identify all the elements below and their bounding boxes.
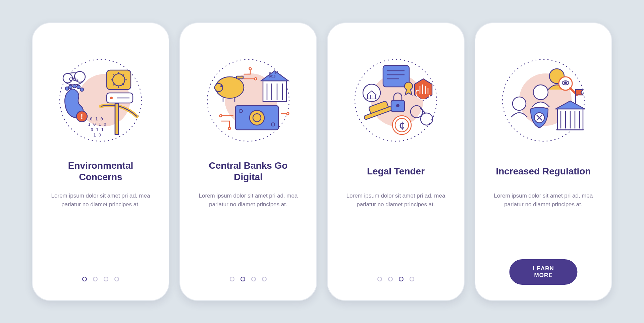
legal-tender-icon: ₵	[345, 50, 446, 151]
onboarding-screen-environmental: CO₂ !	[32, 22, 169, 301]
svg-point-39	[220, 85, 222, 87]
svg-point-56	[287, 112, 289, 115]
svg-point-37	[215, 84, 223, 92]
svg-text:1 0: 1 0	[93, 132, 101, 138]
svg-text:!: !	[80, 112, 83, 121]
svg-rect-27	[115, 104, 118, 134]
onboarding-screen-legal-tender: ₵ Legal Tender Lorem ipsum dolor sit ame…	[327, 22, 465, 301]
pagination-dot[interactable]	[230, 277, 234, 281]
pagination-dot[interactable]	[240, 277, 245, 281]
svg-point-7	[69, 85, 72, 89]
svg-point-63	[405, 82, 413, 90]
svg-text:0 1 0: 0 1 0	[90, 116, 103, 121]
svg-point-10	[80, 88, 84, 91]
svg-point-71	[421, 113, 433, 125]
screen-title: Environmental Concerns	[46, 159, 155, 183]
pagination-dot[interactable]	[251, 277, 256, 281]
pagination-dot[interactable]	[104, 277, 108, 281]
screen-title: Central Banks Go Digital	[194, 159, 303, 183]
learn-more-button[interactable]: LEARN MORE	[509, 259, 578, 285]
screen-description: Lorem ipsum dolor sit amet pri ad, mea p…	[342, 192, 449, 209]
svg-rect-42	[263, 81, 286, 102]
pagination-dot[interactable]	[399, 277, 404, 281]
pagination-dot[interactable]	[114, 277, 119, 281]
svg-point-8	[73, 85, 76, 88]
pagination-dots	[33, 277, 169, 281]
pagination-dot[interactable]	[410, 277, 414, 281]
svg-point-82	[533, 85, 548, 100]
svg-text:₵: ₵	[399, 120, 405, 130]
screen-title: Legal Tender	[367, 159, 425, 183]
pagination-dot[interactable]	[388, 277, 393, 281]
svg-text:1 0 1 0: 1 0 1 0	[88, 122, 106, 127]
pagination-dot[interactable]	[82, 277, 87, 281]
pagination-dot[interactable]	[262, 277, 267, 281]
central-banks-icon: 0101 1010	[198, 50, 299, 151]
onboarding-screen-central-banks: 0101 1010 Central Banks Go Digital Lorem…	[179, 22, 317, 301]
svg-point-81	[564, 82, 567, 84]
screen-description: Lorem ipsum dolor sit amet pri ad, mea p…	[47, 192, 154, 209]
svg-point-55	[228, 127, 231, 129]
screen-description: Lorem ipsum dolor sit amet pri ad, mea p…	[490, 192, 597, 209]
svg-point-50	[250, 110, 264, 125]
svg-point-6	[65, 87, 69, 90]
svg-point-9	[77, 85, 80, 89]
svg-point-24	[110, 97, 113, 99]
svg-text:0 1 1: 0 1 1	[91, 127, 104, 132]
pagination-dot[interactable]	[377, 277, 382, 281]
onboarding-screen-regulation: Increased Regulation Lorem ipsum dolor s…	[475, 22, 612, 301]
svg-point-83	[513, 97, 526, 110]
svg-point-54	[220, 114, 222, 117]
svg-text:1010: 1010	[268, 75, 276, 78]
screen-description: Lorem ipsum dolor sit amet pri ad, mea p…	[195, 192, 302, 209]
svg-text:0101: 0101	[269, 71, 276, 75]
svg-text:CO₂: CO₂	[69, 76, 79, 82]
svg-rect-38	[236, 76, 243, 79]
regulation-icon	[493, 50, 594, 151]
pagination-dots	[328, 277, 464, 281]
svg-point-41	[249, 67, 252, 70]
pagination-dots	[180, 277, 316, 281]
pagination-dot[interactable]	[93, 277, 98, 281]
svg-point-40	[255, 77, 257, 80]
screen-title: Increased Regulation	[496, 159, 591, 183]
svg-point-68	[396, 104, 399, 107]
environmental-icon: CO₂ !	[50, 50, 151, 151]
